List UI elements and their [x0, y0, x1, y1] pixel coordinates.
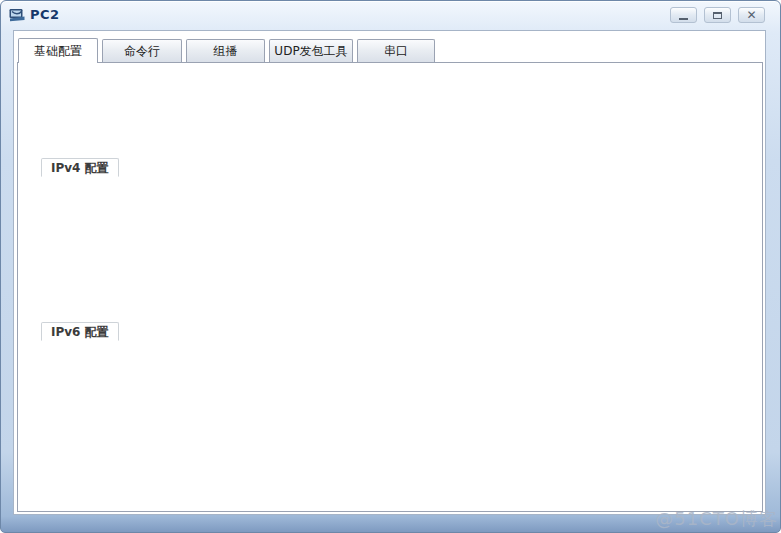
minimize-button[interactable]: [670, 7, 697, 23]
tab-multicast[interactable]: 组播: [186, 39, 265, 63]
ipv4-group-label: IPv4 配置: [41, 158, 119, 177]
maximize-button[interactable]: [704, 7, 731, 23]
tab-command-line[interactable]: 命令行: [102, 39, 182, 63]
title-bar[interactable]: PC2 ✕: [0, 0, 781, 30]
window-title: PC2: [30, 7, 60, 22]
tab-serial-port[interactable]: 串口: [357, 39, 435, 63]
watermark: @51CTO博客: [655, 507, 778, 531]
close-icon: ✕: [746, 9, 756, 21]
tab-basic-config[interactable]: 基础配置: [18, 38, 98, 63]
tab-content-pane: [17, 62, 763, 512]
tab-udp-tool[interactable]: UDP发包工具: [269, 39, 353, 63]
pc-config-window: PC2 ✕ 基础配置 命令行 组播 UDP发包工具 串口 主机名: MAC 地址…: [0, 0, 781, 533]
pc-device-icon: [8, 6, 26, 24]
close-button[interactable]: ✕: [738, 7, 765, 23]
ipv6-group-label: IPv6 配置: [41, 322, 119, 341]
